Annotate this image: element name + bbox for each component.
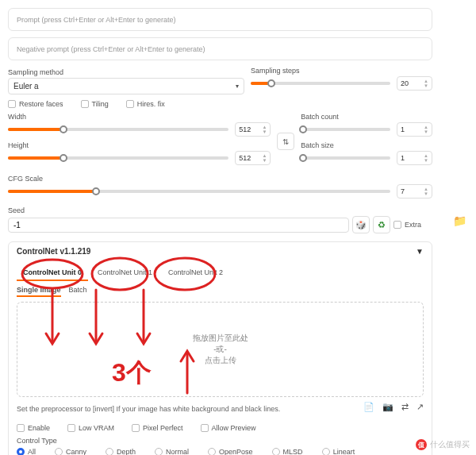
- chevron-down-icon: ▾: [236, 83, 239, 90]
- batch-size-value[interactable]: 1▲▼: [397, 151, 432, 165]
- camera-icon[interactable]: 📷: [382, 402, 393, 412]
- dice-icon: 🎲: [355, 220, 367, 230]
- height-value[interactable]: 512▲▼: [235, 151, 271, 165]
- restore-faces-checkbox[interactable]: Restore faces: [8, 100, 63, 108]
- invert-hint: Set the preprocessor to [invert] If your…: [17, 405, 357, 413]
- cfg-slider[interactable]: [8, 190, 390, 193]
- sampling-steps-label: Sampling steps: [251, 67, 432, 75]
- seed-input[interactable]: [8, 218, 349, 233]
- batch-count-slider[interactable]: [301, 128, 390, 131]
- controlnet-tab-2[interactable]: ControlNet Unit 2: [162, 265, 229, 281]
- hires-fix-checkbox[interactable]: Hires. fix: [126, 100, 165, 108]
- cfg-value[interactable]: 7▲▼: [397, 184, 432, 199]
- subtab-batch[interactable]: Batch: [69, 286, 87, 297]
- sampling-method-dropdown[interactable]: Euler a▾: [8, 78, 244, 94]
- folder-icon[interactable]: 📁: [453, 214, 466, 227]
- width-label: Width: [8, 113, 271, 121]
- seed-random-button[interactable]: 🎲: [352, 216, 370, 233]
- seed-reuse-button[interactable]: ♻: [373, 216, 390, 233]
- enable-checkbox[interactable]: Enable: [17, 424, 50, 432]
- sampling-steps-slider[interactable]: [251, 82, 390, 85]
- control-type-mlsd[interactable]: MLSD: [272, 448, 303, 455]
- negative-prompt-input[interactable]: Negative prompt (press Ctrl+Enter or Alt…: [8, 37, 432, 60]
- batch-size-slider[interactable]: [301, 156, 390, 160]
- allowpreview-checkbox[interactable]: Allow Preview: [201, 424, 256, 432]
- document-icon[interactable]: 📄: [363, 402, 374, 412]
- sampling-method-label: Sampling method: [8, 68, 244, 76]
- control-type-normal[interactable]: Normal: [155, 448, 189, 455]
- control-type-canny[interactable]: Canny: [55, 448, 86, 455]
- width-slider[interactable]: [8, 128, 228, 131]
- cfg-label: CFG Scale: [8, 175, 432, 183]
- batch-count-value[interactable]: 1▲▼: [397, 122, 432, 137]
- height-label: Height: [8, 141, 271, 149]
- controlnet-title: ControlNet v1.1.219: [17, 247, 90, 256]
- control-type-depth[interactable]: Depth: [106, 448, 136, 455]
- send-icon[interactable]: ↗: [416, 402, 424, 412]
- chevron-down-icon[interactable]: ▼: [416, 247, 424, 256]
- prompt-input[interactable]: Prompt (press Ctrl+Enter or Alt+Enter to…: [8, 8, 432, 31]
- sampling-steps-value[interactable]: 20▲▼: [397, 76, 432, 91]
- control-type-label: Control Type: [17, 437, 424, 445]
- control-type-lineart[interactable]: Lineart: [322, 448, 355, 455]
- watermark: 值什么值得买: [416, 439, 470, 450]
- control-type-openpose[interactable]: OpenPose: [208, 448, 253, 455]
- pixelperfect-checkbox[interactable]: Pixel Perfect: [132, 424, 183, 432]
- batch-count-label: Batch count: [301, 113, 432, 121]
- controlnet-accordion: ControlNet v1.1.219 ▼ ControlNet Unit 0 …: [8, 241, 432, 455]
- batch-size-label: Batch size: [301, 141, 432, 149]
- controlnet-tab-0[interactable]: ControlNet Unit 0: [17, 265, 88, 281]
- seed-label: Seed: [8, 206, 432, 214]
- width-value[interactable]: 512▲▼: [235, 122, 271, 137]
- lowvram-checkbox[interactable]: Low VRAM: [67, 424, 114, 432]
- image-dropzone[interactable]: 拖放图片至此处 -或- 点击上传: [17, 302, 424, 397]
- controlnet-tab-1[interactable]: ControlNet Unit 1: [91, 265, 159, 281]
- swap-dimensions-button[interactable]: ⇅: [277, 133, 294, 150]
- subtab-single-image[interactable]: Single Image: [17, 286, 61, 297]
- control-type-all[interactable]: All: [17, 448, 36, 455]
- height-slider[interactable]: [8, 156, 228, 160]
- tiling-checkbox[interactable]: Tiling: [81, 100, 109, 108]
- recycle-icon: ♻: [378, 220, 386, 230]
- seed-extra-checkbox[interactable]: Extra: [393, 221, 421, 229]
- swap-icon[interactable]: ⇄: [401, 402, 409, 412]
